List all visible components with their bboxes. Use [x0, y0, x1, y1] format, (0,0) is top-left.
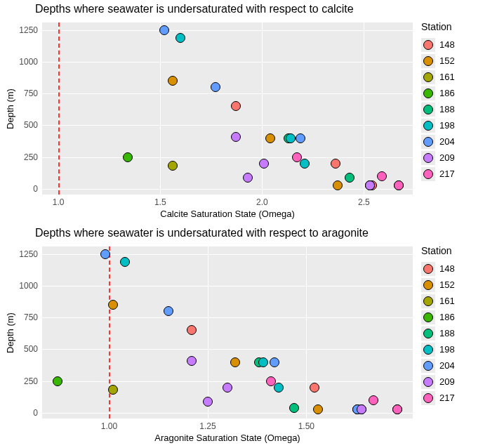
- grid-line-y: [42, 349, 413, 350]
- legend-label: 152: [439, 279, 455, 290]
- grid-line-y: [42, 30, 413, 31]
- circle-icon: [423, 72, 433, 82]
- y-tick-label: 0: [33, 408, 38, 418]
- legend-swatch: [421, 38, 435, 52]
- grid-line-y: [42, 93, 413, 94]
- data-point-station-152: [230, 357, 240, 367]
- legend-label: 209: [439, 376, 455, 387]
- data-point-station-148: [231, 101, 241, 111]
- data-point-station-198: [300, 159, 310, 169]
- y-tick-label: 250: [24, 152, 38, 162]
- legend-swatch: [421, 262, 435, 276]
- legend-swatch: [421, 54, 435, 68]
- data-point-station-186: [123, 152, 133, 162]
- x-tick-label: 1.0: [53, 197, 65, 207]
- legend-label: 148: [439, 263, 455, 274]
- data-point-station-217: [394, 180, 404, 190]
- data-point-station-198: [286, 133, 296, 143]
- circle-icon: [423, 56, 433, 66]
- chart-title: Depths where seawater is undersaturated …: [35, 227, 369, 239]
- circle-icon: [423, 137, 433, 147]
- legend-label: 148: [439, 39, 455, 50]
- legend-label: 217: [439, 169, 455, 179]
- grid-line-y: [42, 189, 413, 190]
- y-axis-label: Depth (m): [5, 312, 15, 353]
- legend-label: 161: [439, 72, 455, 82]
- data-point-station-204: [296, 133, 305, 143]
- x-axis-label: Calcite Saturation State (Omega): [42, 209, 413, 219]
- legend-swatch: [421, 327, 435, 341]
- legend-label: 186: [439, 312, 455, 322]
- data-point-station-188: [289, 403, 299, 413]
- legend-item-161: 161: [421, 293, 491, 309]
- grid-line-y: [42, 286, 413, 286]
- legend-item-209: 209: [421, 150, 491, 166]
- legend-swatch: [421, 278, 435, 292]
- legend-swatch: [421, 70, 435, 84]
- figure-page: Depths where seawater is undersaturated …: [0, 0, 497, 448]
- y-tick-label: 1000: [19, 57, 38, 67]
- legend-swatch: [421, 391, 435, 405]
- legend-item-188: 188: [421, 101, 491, 117]
- circle-icon: [423, 40, 433, 50]
- data-point-station-209: [187, 356, 197, 366]
- y-tick-label: 250: [24, 376, 38, 386]
- data-point-station-204: [211, 82, 220, 92]
- data-point-station-209: [223, 383, 232, 393]
- grid-line-y: [42, 62, 413, 62]
- legend-swatch: [421, 294, 435, 308]
- y-tick-label: 1250: [19, 249, 38, 259]
- data-point-station-217: [292, 152, 302, 162]
- data-point-station-188: [345, 173, 354, 183]
- legend-item-148: 148: [421, 37, 491, 53]
- legend-swatch: [421, 103, 435, 117]
- data-point-station-152: [265, 133, 275, 143]
- circle-icon: [423, 88, 433, 98]
- legend: Station 148152161186188198204209217: [421, 21, 491, 182]
- chart-aragonite: Depths where seawater is undersaturated …: [0, 224, 497, 448]
- legend-label: 152: [439, 55, 455, 66]
- data-point-station-204: [100, 249, 110, 259]
- circle-icon: [423, 169, 433, 179]
- legend-item-198: 198: [421, 341, 491, 357]
- chart-calcite: Depths where seawater is undersaturated …: [0, 0, 497, 224]
- grid-line-x: [160, 22, 161, 195]
- legend-swatch: [421, 119, 435, 133]
- data-point-station-217: [266, 376, 276, 386]
- plot-panel: 1.001.251.50025050075010001250: [42, 246, 413, 419]
- data-point-station-217: [369, 395, 378, 405]
- legend-swatch: [421, 343, 435, 357]
- legend-item-186: 186: [421, 309, 491, 325]
- legend-item-152: 152: [421, 277, 491, 293]
- circle-icon: [423, 153, 433, 163]
- grid-line-x: [262, 22, 263, 195]
- grid-line-y: [42, 381, 413, 382]
- legend-item-209: 209: [421, 374, 491, 390]
- legend-item-186: 186: [421, 85, 491, 101]
- data-point-station-148: [310, 383, 319, 393]
- y-tick-label: 750: [24, 312, 38, 322]
- legend-item-198: 198: [421, 117, 491, 133]
- circle-icon: [423, 377, 433, 387]
- data-point-station-152: [108, 300, 118, 310]
- x-axis-label: Aragonite Saturation State (Omega): [42, 433, 413, 443]
- data-point-station-198: [175, 33, 185, 43]
- data-point-station-161: [168, 161, 178, 171]
- y-tick-label: 500: [24, 120, 38, 130]
- legend-label: 204: [439, 136, 455, 147]
- legend-swatch: [421, 167, 435, 181]
- circle-icon: [423, 105, 433, 114]
- legend-item-217: 217: [421, 166, 491, 182]
- grid-line-x: [364, 22, 364, 195]
- legend-item-204: 204: [421, 357, 491, 374]
- y-tick-label: 1250: [19, 25, 38, 35]
- legend-item-188: 188: [421, 325, 491, 341]
- legend-label: 217: [439, 393, 455, 403]
- legend-title: Station: [421, 245, 491, 256]
- x-tick-label: 1.5: [154, 197, 166, 207]
- grid-line-y: [42, 317, 413, 318]
- data-point-station-152: [333, 180, 343, 190]
- data-point-station-209: [243, 173, 253, 183]
- legend: Station 148152161186188198204209217: [421, 245, 491, 406]
- y-tick-label: 500: [24, 344, 38, 354]
